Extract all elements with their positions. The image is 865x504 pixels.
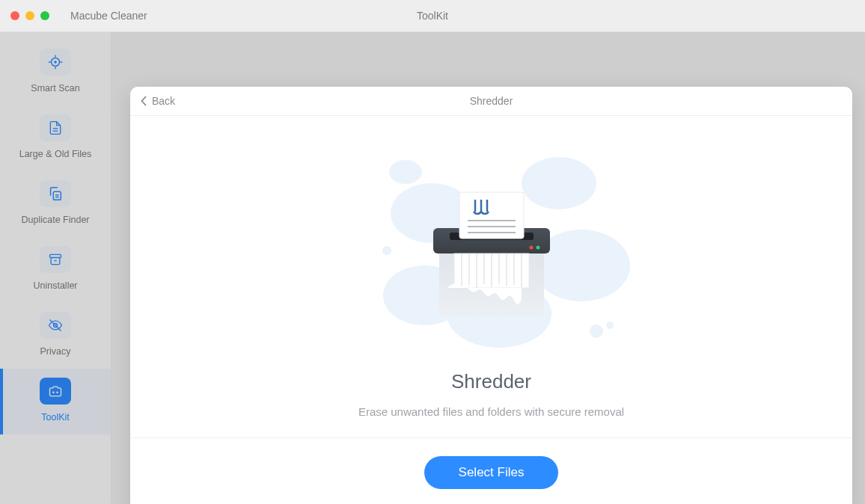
feature-subtitle: Erase unwanted files and folders with se…: [358, 405, 624, 418]
feature-title: Shredder: [451, 370, 531, 393]
shredder-illustration: [334, 131, 649, 355]
back-label: Back: [152, 95, 175, 107]
svg-point-25: [382, 246, 391, 255]
svg-point-29: [529, 246, 533, 250]
window-controls: [10, 11, 49, 20]
divider: [130, 437, 852, 438]
title-bar: Macube Cleaner ToolKit: [0, 0, 865, 32]
svg-point-18: [389, 160, 422, 184]
close-window-button[interactable]: [10, 11, 19, 20]
svg-point-19: [522, 157, 596, 209]
app-name: Macube Cleaner: [70, 10, 147, 22]
svg-rect-31: [459, 192, 524, 239]
panel-title: Shredder: [130, 95, 852, 107]
svg-point-30: [536, 246, 540, 250]
back-button[interactable]: Back: [141, 95, 175, 107]
svg-point-23: [590, 325, 603, 338]
select-files-button[interactable]: Select Files: [424, 456, 559, 489]
panel-body: Shredder Erase unwanted files and folder…: [130, 116, 852, 504]
shredder-panel: Back Shredder: [130, 87, 852, 504]
chevron-left-icon: [141, 96, 147, 106]
svg-point-24: [606, 322, 614, 329]
panel-header: Back Shredder: [130, 87, 852, 116]
minimize-window-button[interactable]: [25, 11, 34, 20]
maximize-window-button[interactable]: [40, 11, 49, 20]
